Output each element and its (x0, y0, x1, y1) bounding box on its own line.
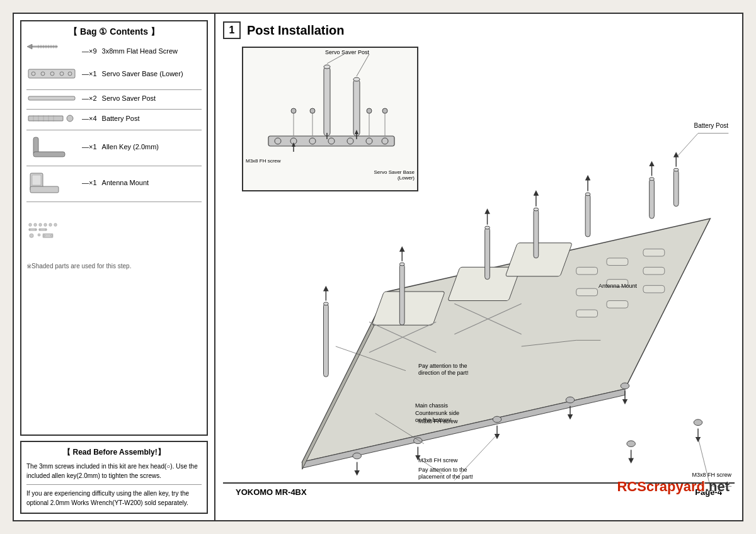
svg-point-18 (67, 115, 73, 122)
countersunk-side-label: Countersunk sideon the bottom! (415, 410, 459, 424)
svg-rect-17 (28, 116, 63, 121)
svg-point-94 (324, 302, 329, 305)
svg-point-33 (49, 224, 52, 227)
list-item: —×4 Battery Post (26, 113, 202, 123)
read-before-title: 【 Read Before Assembly!】 (26, 447, 202, 458)
svg-point-107 (353, 453, 362, 459)
svg-rect-25 (33, 152, 65, 157)
svg-rect-101 (585, 194, 590, 237)
list-item: —×1 Allen Key (2.0mm) (26, 134, 202, 159)
step-header: 1 Post Installation (223, 21, 735, 39)
flat-head-screw-icon (26, 44, 77, 58)
read-before-box: 【 Read Before Assembly!】 The 3mm screws … (20, 441, 208, 514)
shaded-note: ※Shaded parts are used for this step. (26, 263, 202, 270)
qty-label: —×1 (82, 143, 97, 151)
svg-marker-0 (27, 44, 32, 49)
list-item (26, 206, 202, 256)
svg-point-96 (399, 263, 404, 266)
model-name: YOKOMO MR-4BX (236, 487, 307, 497)
svg-rect-28 (32, 175, 41, 185)
svg-rect-89 (607, 301, 628, 309)
svg-point-109 (493, 416, 501, 423)
svg-rect-85 (607, 258, 628, 266)
list-item: —×9 3x8mm Flat Head Screw (26, 44, 202, 58)
svg-rect-97 (485, 228, 490, 280)
watermark-domain: .net (705, 479, 730, 494)
svg-point-106 (673, 168, 679, 171)
pay-attention-placement-label: Pay attention to theplacement of the par… (418, 467, 473, 481)
svg-point-30 (34, 224, 37, 227)
svg-line-128 (676, 134, 698, 158)
step-title: Post Installation (247, 23, 344, 38)
svg-point-108 (414, 438, 423, 444)
list-item: —×1 Servo Saver Base (Lower) (26, 64, 202, 83)
svg-rect-99 (534, 210, 539, 258)
diagram-area: Servo Saver Post M3x8 FH screw Servo Sav… (223, 47, 735, 500)
svg-rect-35 (29, 229, 37, 230)
svg-point-113 (694, 419, 702, 426)
servo-saver-post-icon (26, 94, 77, 103)
read-before-divider (26, 484, 202, 485)
parts-list: —×9 3x8mm Flat Head Screw (26, 44, 202, 256)
watermark: RCScrapyard.net (617, 479, 730, 495)
svg-point-41 (30, 234, 33, 237)
allen-key-icon (26, 134, 77, 159)
svg-rect-93 (324, 304, 329, 377)
svg-point-112 (627, 441, 636, 447)
divider (26, 89, 202, 90)
list-item: —×1 Antenna Mount (26, 170, 202, 195)
small-parts-icon (26, 206, 77, 256)
divider (26, 130, 202, 130)
svg-rect-84 (576, 267, 598, 275)
right-panel: 1 Post Installation (215, 14, 742, 520)
servo-saver-base-icon (26, 64, 77, 83)
left-panel: 【 Bag ① Contents 】 (14, 14, 215, 520)
svg-rect-92 (643, 285, 665, 293)
svg-point-100 (534, 208, 539, 211)
svg-rect-16 (28, 96, 75, 100)
part-name: Servo Saver Post (102, 94, 156, 103)
part-name: Battery Post (102, 114, 140, 123)
m3x8-fh-screw-label-2: M3x8 FH screw (418, 457, 458, 463)
step-number: 1 (223, 21, 241, 39)
svg-rect-43 (43, 234, 53, 237)
part-name: 3x8mm Flat Head Screw (102, 47, 178, 55)
svg-point-111 (621, 383, 629, 389)
qty-label: —×9 (82, 47, 97, 55)
bag-contents-box: 【 Bag ① Contents 】 (20, 20, 208, 436)
qty-label: —×4 (82, 115, 97, 122)
divider (26, 202, 202, 202)
svg-rect-77 (372, 292, 445, 325)
list-item: —×2 Servo Saver Post (26, 94, 202, 103)
divider (26, 166, 202, 166)
qty-label: —×2 (82, 94, 97, 102)
svg-rect-90 (643, 249, 665, 256)
svg-point-102 (585, 193, 590, 196)
svg-rect-95 (399, 264, 404, 326)
battery-post-icon (26, 113, 77, 123)
svg-point-110 (566, 397, 575, 403)
read-before-text-2: If you are experiencing difficulty using… (26, 489, 202, 508)
qty-label: —×1 (82, 70, 97, 77)
svg-rect-91 (643, 267, 665, 275)
bag-title: 【 Bag ① Contents 】 (26, 26, 202, 38)
divider (26, 109, 202, 110)
svg-point-32 (44, 224, 47, 227)
part-name: Servo Saver Base (Lower) (102, 69, 183, 78)
svg-point-98 (485, 226, 490, 229)
part-name: Allen Key (2.0mm) (102, 142, 159, 151)
svg-point-29 (29, 224, 32, 227)
m3x8-fh-screw-label-3: M3x8 FH screw (692, 472, 731, 478)
svg-rect-86 (576, 288, 598, 296)
svg-rect-38 (39, 229, 47, 230)
antenna-mount-label: Antenna Mount (598, 283, 637, 289)
svg-point-31 (39, 224, 42, 227)
pay-attention-direction-label: Pay attention to thedirection of the par… (418, 363, 469, 377)
part-name: Antenna Mount (102, 178, 149, 187)
svg-rect-103 (650, 179, 655, 219)
page-container: 【 Bag ① Contents 】 (13, 13, 743, 521)
svg-point-104 (650, 178, 655, 181)
main-chassis-label: Main chassis (415, 402, 448, 409)
svg-rect-27 (30, 186, 59, 193)
battery-post-label: Battery Post (694, 122, 728, 129)
